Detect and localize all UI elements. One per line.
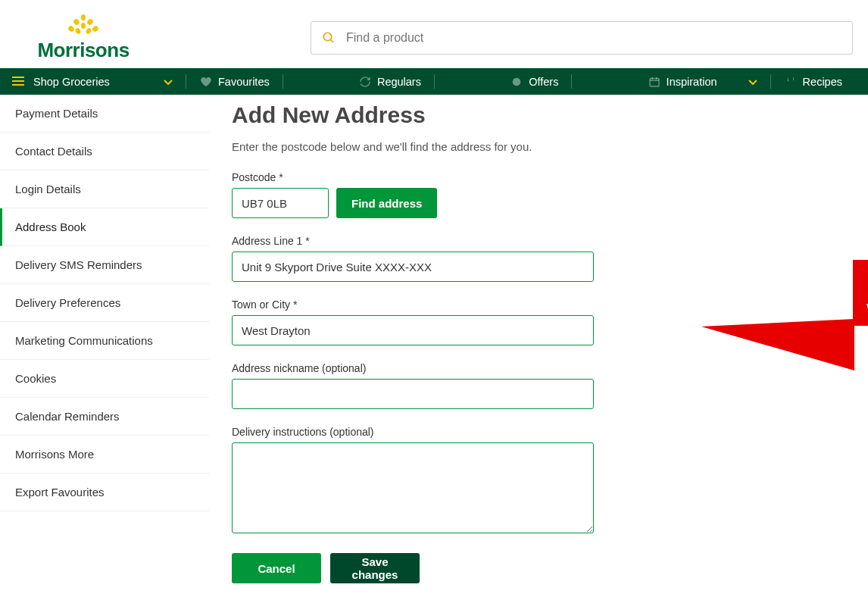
label-instructions: Delivery instructions (optional) [232, 426, 845, 438]
content: Payment Details Contact Details Login De… [0, 95, 868, 597]
sidebar-item-payment-details[interactable]: Payment Details [0, 95, 209, 133]
refresh-icon [359, 76, 371, 88]
nav-regulars[interactable]: Regulars [345, 68, 435, 95]
label-postcode: Postcode * [232, 171, 845, 183]
nav-inspiration[interactable]: Inspiration [635, 68, 771, 95]
page-title: Add New Address [232, 102, 845, 128]
sidebar-item-label: Export Favourites [15, 486, 105, 499]
label-line1: Address Line 1 * [232, 235, 845, 247]
search-icon [322, 31, 336, 45]
nav-label: Favourites [218, 76, 270, 88]
sidebar-item-export-favourites[interactable]: Export Favourites [0, 474, 209, 511]
sidebar-item-more[interactable]: Morrisons More [0, 436, 209, 474]
label-town: Town or City * [232, 298, 845, 311]
navbar: Shop Groceries Favourites Regulars Offer… [0, 68, 868, 95]
nav-label: Regulars [377, 76, 421, 88]
hamburger-icon [12, 76, 24, 88]
svg-point-1 [73, 17, 80, 26]
save-button[interactable]: Save changes [330, 553, 420, 583]
chevron-down-icon [164, 76, 173, 88]
search-input[interactable] [345, 30, 841, 45]
callout-annotation: You can now enter your UK address! Updat… [853, 260, 868, 326]
sidebar-item-delivery-prefs[interactable]: Delivery Preferences [0, 284, 209, 322]
svg-rect-11 [650, 78, 659, 86]
sidebar-item-delivery-sms[interactable]: Delivery SMS Reminders [0, 246, 209, 284]
callout-tail [701, 319, 854, 370]
sidebar-item-label: Address Book [15, 220, 86, 233]
utensils-icon [785, 76, 797, 88]
sidebar-item-label: Contact Details [15, 145, 92, 158]
logo-icon [66, 14, 101, 39]
find-address-button[interactable]: Find address [336, 188, 437, 218]
svg-point-3 [67, 24, 76, 32]
instructions-textarea[interactable] [232, 442, 594, 533]
form-group-instructions: Delivery instructions (optional) [232, 426, 845, 536]
nav-offers[interactable]: Offers [497, 68, 572, 95]
nav-shop-groceries[interactable]: Shop Groceries [12, 68, 186, 95]
heart-icon [200, 76, 212, 88]
calendar-icon [648, 76, 660, 88]
nickname-input[interactable] [232, 379, 594, 409]
svg-point-8 [323, 33, 332, 41]
sidebar-item-cookies[interactable]: Cookies [0, 360, 209, 398]
town-input[interactable] [232, 315, 594, 345]
nav-label: Shop Groceries [33, 76, 110, 88]
svg-point-0 [81, 14, 86, 20]
brand-logo[interactable]: Morrisons [15, 14, 151, 62]
svg-line-9 [330, 39, 333, 42]
offers-icon [510, 76, 523, 88]
svg-point-6 [74, 27, 81, 35]
nav-label: Offers [529, 76, 558, 88]
svg-point-2 [86, 17, 94, 26]
svg-point-5 [81, 23, 86, 29]
search-wrapper[interactable] [311, 21, 853, 55]
sidebar-item-marketing[interactable]: Marketing Communications [0, 322, 209, 360]
sidebar-item-calendar[interactable]: Calendar Reminders [0, 398, 209, 436]
sidebar-item-label: Calendar Reminders [15, 410, 120, 423]
form-group-postcode: Postcode * Find address [232, 171, 845, 218]
main-content: Add New Address Enter the postcode below… [209, 95, 868, 597]
svg-point-4 [92, 24, 100, 32]
sidebar-item-label: Delivery SMS Reminders [15, 258, 142, 271]
svg-point-7 [85, 27, 92, 35]
sidebar: Payment Details Contact Details Login De… [0, 95, 209, 597]
postcode-input[interactable] [232, 188, 329, 218]
sidebar-item-label: Delivery Preferences [15, 296, 120, 309]
nav-recipes[interactable]: Recipes [771, 68, 856, 95]
nav-label: Inspiration [667, 76, 717, 88]
svg-point-10 [513, 77, 521, 86]
search-container [311, 21, 853, 55]
cancel-button[interactable]: Cancel [232, 553, 321, 583]
sidebar-item-label: Cookies [15, 372, 56, 385]
sidebar-item-label: Payment Details [15, 107, 98, 120]
nav-label: Recipes [803, 76, 842, 88]
sidebar-item-label: Morrisons More [15, 448, 94, 461]
sidebar-item-label: Login Details [15, 183, 81, 195]
sidebar-item-login-details[interactable]: Login Details [0, 170, 209, 208]
chevron-down-icon [748, 76, 757, 88]
form-actions: Cancel Save changes [232, 553, 845, 583]
page-subtitle: Enter the postcode below and we'll find … [232, 140, 845, 153]
header: Morrisons [0, 0, 868, 68]
sidebar-item-address-book[interactable]: Address Book [0, 208, 209, 246]
address-line1-input[interactable] [232, 252, 594, 282]
brand-name: Morrisons [37, 39, 129, 62]
form-group-line1: Address Line 1 * [232, 235, 845, 282]
sidebar-item-label: Marketing Communications [15, 334, 153, 347]
sidebar-item-contact-details[interactable]: Contact Details [0, 133, 209, 170]
nav-favourites[interactable]: Favourites [186, 68, 283, 95]
